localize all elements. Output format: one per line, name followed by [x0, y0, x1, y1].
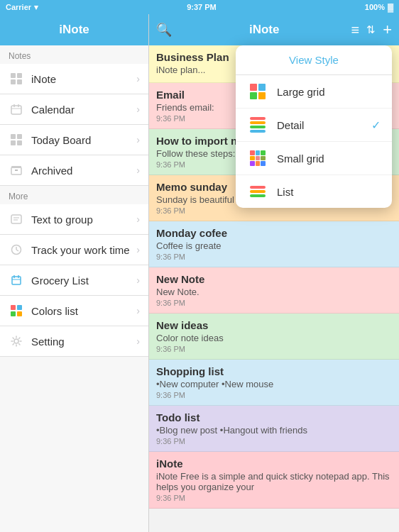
sidebar-item-track-label: Track your work time [31, 244, 136, 256]
grocery-icon [9, 272, 24, 288]
note-preview: Coffee is greate [156, 240, 392, 251]
list-label: List [277, 186, 381, 198]
svg-rect-2 [11, 79, 16, 84]
battery-icon: ▓ [388, 3, 393, 11]
chevron-icon: › [136, 305, 140, 316]
note-time: 9:36 PM [156, 299, 392, 307]
sidebar-item-text-to-group[interactable]: Text to group › [0, 204, 148, 235]
chevron-icon: › [136, 73, 140, 84]
main-layout: iNote Notes iNote › Calendar › Today Boa… [0, 14, 399, 532]
note-preview: New Note. [156, 287, 392, 297]
sidebar: iNote Notes iNote › Calendar › Today Boa… [0, 14, 149, 532]
small-grid-label: Small grid [277, 153, 381, 165]
note-time: 9:36 PM [156, 494, 392, 502]
wifi-icon: ▾ [34, 3, 38, 12]
svg-rect-24 [17, 305, 22, 310]
note-item[interactable]: New ideas Color note ideas 9:36 PM [149, 314, 399, 360]
sidebar-item-calendar[interactable]: Calendar › [0, 94, 148, 125]
small-grid-icon [247, 150, 268, 166]
sidebar-item-track-time[interactable]: Track your work time › [0, 235, 148, 265]
note-preview: •Blog new post •Hangout with friends [156, 425, 392, 436]
large-grid-icon [247, 84, 268, 99]
dropdown-large-grid[interactable]: Large grid [236, 75, 392, 109]
notes-section-label: Notes [0, 45, 148, 64]
list-icon [247, 184, 268, 199]
chevron-icon: › [136, 244, 140, 255]
detail-label: Detail [277, 119, 371, 131]
sidebar-item-archived-label: Archived [31, 165, 136, 177]
note-preview: •New computer •New mouse [156, 379, 392, 389]
sort-button[interactable]: ⇅ [366, 23, 376, 36]
add-button[interactable]: + [383, 21, 392, 39]
sidebar-item-text-label: Text to group [31, 214, 136, 226]
chevron-icon: › [136, 336, 140, 347]
svg-rect-0 [11, 73, 16, 78]
sidebar-header: iNote [0, 14, 148, 45]
sidebar-item-inote-label: iNote [31, 73, 136, 85]
header-actions: ≡ ⇅ + [351, 21, 392, 39]
sidebar-item-today-board[interactable]: Today Board › [0, 125, 148, 155]
clock-icon [9, 242, 24, 257]
svg-rect-15 [11, 215, 21, 223]
content-area: 🔍 iNote ≡ ⇅ + Business Plan iNote plan..… [149, 14, 399, 532]
svg-rect-11 [17, 140, 22, 145]
svg-rect-25 [11, 311, 16, 316]
chevron-icon: › [136, 104, 140, 115]
note-title: Todo list [156, 411, 392, 423]
sidebar-item-archived[interactable]: Archived › [0, 155, 148, 186]
detail-icon [247, 117, 268, 133]
svg-rect-23 [11, 305, 16, 310]
archive-icon [9, 162, 24, 178]
status-right: 100% ▓ [365, 3, 393, 11]
more-section-label: More [0, 186, 148, 204]
gear-icon [9, 333, 24, 349]
svg-rect-13 [11, 166, 21, 168]
menu-button[interactable]: ≡ [351, 22, 359, 38]
sidebar-title: iNote [59, 23, 89, 37]
svg-rect-8 [11, 134, 16, 139]
svg-rect-21 [12, 277, 21, 284]
carrier-label: Carrier [6, 3, 31, 11]
chevron-icon: › [136, 214, 140, 225]
chevron-icon: › [136, 165, 140, 176]
note-title: iNote [156, 458, 392, 470]
time-label: 9:37 PM [187, 3, 217, 11]
search-icon[interactable]: 🔍 [156, 22, 172, 38]
large-grid-label: Large grid [277, 86, 381, 98]
note-item[interactable]: New Note New Note. 9:36 PM [149, 267, 399, 314]
note-title: New ideas [156, 319, 392, 331]
status-bar: Carrier ▾ 9:37 PM 100% ▓ [0, 0, 399, 14]
svg-rect-12 [11, 167, 21, 174]
dropdown-small-grid[interactable]: Small grid [236, 142, 392, 175]
dropdown-detail[interactable]: Detail ✓ [236, 109, 392, 142]
status-left: Carrier ▾ [6, 3, 38, 12]
today-icon [9, 132, 24, 148]
chevron-icon: › [136, 275, 140, 286]
calendar-icon [9, 101, 24, 117]
note-title: New Note [156, 273, 392, 285]
sidebar-item-setting-label: Setting [31, 336, 136, 348]
sidebar-item-grocery-label: Grocery List [31, 275, 136, 287]
colors-icon [9, 303, 24, 318]
note-item[interactable]: Monday cofee Coffee is greate 9:36 PM [149, 221, 399, 267]
sidebar-item-inote[interactable]: iNote › [0, 64, 148, 94]
note-time: 9:36 PM [156, 391, 392, 399]
note-title: Shopping list [156, 365, 392, 377]
note-time: 9:36 PM [156, 437, 392, 445]
sidebar-item-calendar-label: Calendar [31, 104, 136, 116]
note-item[interactable]: iNote iNote Free is a simple and quick s… [149, 452, 399, 509]
dropdown-title: View Style [236, 45, 392, 75]
note-time: 9:36 PM [156, 253, 392, 261]
note-item[interactable]: Shopping list •New computer •New mouse 9… [149, 360, 399, 406]
content-header: 🔍 iNote ≡ ⇅ + [149, 14, 399, 45]
sidebar-item-grocery-list[interactable]: Grocery List › [0, 265, 148, 296]
svg-rect-26 [17, 311, 22, 316]
grid-icon [9, 71, 24, 87]
note-item[interactable]: Todo list •Blog new post •Hangout with f… [149, 406, 399, 452]
sidebar-item-colors-list[interactable]: Colors list › [0, 296, 148, 326]
content-title: iNote [177, 23, 351, 37]
dropdown-list[interactable]: List [236, 175, 392, 208]
sidebar-item-colors-label: Colors list [31, 305, 136, 317]
svg-rect-1 [17, 73, 22, 78]
sidebar-item-setting[interactable]: Setting › [0, 326, 148, 357]
